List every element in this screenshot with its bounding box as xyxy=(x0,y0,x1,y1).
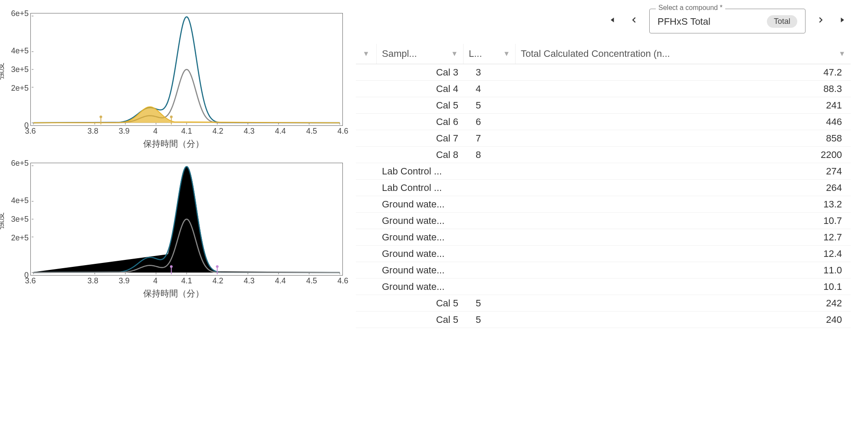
results-table: ▼ Sampl... ▼ L... ▼ Total Calculated Con… xyxy=(356,44,851,427)
cell-level: 7 xyxy=(464,131,516,146)
compound-select[interactable]: Select a compound * PFHxS Total Total xyxy=(649,9,806,33)
cell-level xyxy=(464,219,516,223)
table-row[interactable]: Ground wate...13.2 xyxy=(356,196,851,213)
compound-type-badge: Total xyxy=(767,15,797,28)
plot-svg xyxy=(31,163,342,275)
cell-concentration: 274 xyxy=(516,164,851,179)
cell-sample: Ground wate... xyxy=(377,279,464,294)
chevron-right-icon xyxy=(816,15,825,25)
prev-compound-button[interactable] xyxy=(627,13,641,30)
cell-concentration: 12.4 xyxy=(516,246,851,261)
cell-concentration: 242 xyxy=(516,296,851,311)
cell-level xyxy=(464,285,516,289)
next-compound-button[interactable] xyxy=(813,13,828,30)
filter-icon[interactable]: ▼ xyxy=(451,50,458,58)
table-row[interactable]: Cal 882200 xyxy=(356,147,851,163)
cell-concentration: 858 xyxy=(516,131,851,146)
filter-icon[interactable]: ▼ xyxy=(503,50,510,58)
compound-select-legend: Select a compound * xyxy=(656,4,725,12)
cell-concentration: 11.0 xyxy=(516,263,851,278)
chromatogram-chart-2[interactable]: 強度 02e+53e+54e+56e+5 3.63.83.944.14.24.3… xyxy=(4,154,343,299)
column-header-blank[interactable]: ▼ xyxy=(356,44,377,64)
cell-concentration: 47.2 xyxy=(516,65,851,80)
cell-level: 5 xyxy=(464,296,516,311)
cell-sample: Cal 4 xyxy=(377,82,464,96)
table-row[interactable]: Cal 3347.2 xyxy=(356,64,851,81)
compound-select-value: PFHxS Total xyxy=(658,16,761,27)
cell-concentration: 13.2 xyxy=(516,197,851,212)
charts-panel: 強度 02e+53e+54e+56e+5 3.63.83.944.14.24.3… xyxy=(0,0,347,427)
table-row[interactable]: Cal 55240 xyxy=(356,312,851,328)
cell-sample: Ground wate... xyxy=(377,263,464,278)
cell-sample: Ground wate... xyxy=(377,230,464,245)
cell-level: 8 xyxy=(464,148,516,162)
table-row[interactable]: Cal 55241 xyxy=(356,97,851,114)
x-axis-label: 保持時間（分） xyxy=(4,138,343,150)
cell-level: 5 xyxy=(464,98,516,113)
cell-concentration: 88.3 xyxy=(516,82,851,96)
chevron-left-icon xyxy=(629,15,639,25)
column-header-level[interactable]: L... ▼ xyxy=(464,44,516,64)
cell-level xyxy=(464,236,516,239)
x-ticks: 3.63.83.944.14.24.34.44.54.6 xyxy=(30,126,343,136)
plot-area-2[interactable]: 02e+53e+54e+56e+5 xyxy=(30,163,343,276)
cell-sample: Cal 5 xyxy=(377,98,464,113)
column-header-sample[interactable]: Sampl... ▼ xyxy=(377,44,464,64)
table-row[interactable]: Cal 66446 xyxy=(356,114,851,130)
cell-level xyxy=(464,269,516,272)
svg-point-37 xyxy=(170,265,173,268)
cell-sample: Ground wate... xyxy=(377,214,464,228)
table-row[interactable]: Lab Control ...264 xyxy=(356,180,851,196)
y-ticks: 02e+53e+54e+56e+5 xyxy=(0,13,29,125)
table-row[interactable]: Cal 4488.3 xyxy=(356,81,851,97)
cell-sample: Lab Control ... xyxy=(377,181,464,195)
cell-level: 5 xyxy=(464,312,516,327)
cell-sample: Cal 5 xyxy=(377,296,464,311)
svg-point-39 xyxy=(216,265,218,268)
cell-sample: Cal 7 xyxy=(377,131,464,146)
table-header: ▼ Sampl... ▼ L... ▼ Total Calculated Con… xyxy=(356,44,851,64)
table-row[interactable]: Ground wate...11.0 xyxy=(356,262,851,279)
table-row[interactable]: Ground wate...12.4 xyxy=(356,246,851,262)
cell-sample: Cal 8 xyxy=(377,148,464,162)
cell-concentration: 12.7 xyxy=(516,230,851,245)
cell-concentration: 240 xyxy=(516,312,851,327)
cell-sample: Cal 5 xyxy=(377,312,464,327)
cell-concentration: 10.7 xyxy=(516,214,851,228)
column-header-concentration[interactable]: Total Calculated Concentration (n... ▼ xyxy=(516,44,851,64)
table-row[interactable]: Ground wate...12.7 xyxy=(356,229,851,246)
cell-level xyxy=(464,252,516,256)
cell-sample: Ground wate... xyxy=(377,246,464,261)
results-panel: Select a compound * PFHxS Total Total ▼ … xyxy=(347,0,868,427)
filter-icon[interactable]: ▼ xyxy=(363,50,370,58)
cell-level xyxy=(464,170,516,173)
compound-nav-bar: Select a compound * PFHxS Total Total xyxy=(356,9,851,33)
cell-concentration: 264 xyxy=(516,181,851,195)
table-row[interactable]: Cal 55242 xyxy=(356,295,851,312)
table-body: Cal 3347.2Cal 4488.3Cal 55241Cal 66446Ca… xyxy=(356,64,851,427)
cell-concentration: 10.1 xyxy=(516,279,851,294)
cell-level xyxy=(464,186,516,190)
cell-concentration: 2200 xyxy=(516,148,851,162)
table-row[interactable]: Lab Control ...274 xyxy=(356,163,851,180)
cell-sample: Cal 6 xyxy=(377,115,464,129)
first-icon xyxy=(607,15,616,25)
cell-level xyxy=(464,203,516,206)
chromatogram-chart-1[interactable]: 強度 02e+53e+54e+56e+5 3.63.83.944.14.24.3… xyxy=(4,4,343,150)
last-compound-button[interactable] xyxy=(836,13,851,30)
table-row[interactable]: Ground wate...10.1 xyxy=(356,279,851,295)
x-ticks: 3.63.83.944.14.24.34.44.54.6 xyxy=(30,276,343,286)
cell-level: 4 xyxy=(464,82,516,96)
y-ticks: 02e+53e+54e+56e+5 xyxy=(0,163,29,275)
x-axis-label: 保持時間（分） xyxy=(4,288,343,299)
filter-icon[interactable]: ▼ xyxy=(838,50,845,58)
cell-concentration: 446 xyxy=(516,115,851,129)
svg-point-17 xyxy=(99,115,102,118)
cell-level: 6 xyxy=(464,115,516,129)
cell-sample: Cal 3 xyxy=(377,65,464,80)
table-row[interactable]: Cal 77858 xyxy=(356,130,851,147)
table-row[interactable]: Ground wate...10.7 xyxy=(356,213,851,229)
first-compound-button[interactable] xyxy=(604,13,619,30)
plot-area-1[interactable]: 02e+53e+54e+56e+5 xyxy=(30,13,343,126)
cell-sample: Lab Control ... xyxy=(377,164,464,179)
